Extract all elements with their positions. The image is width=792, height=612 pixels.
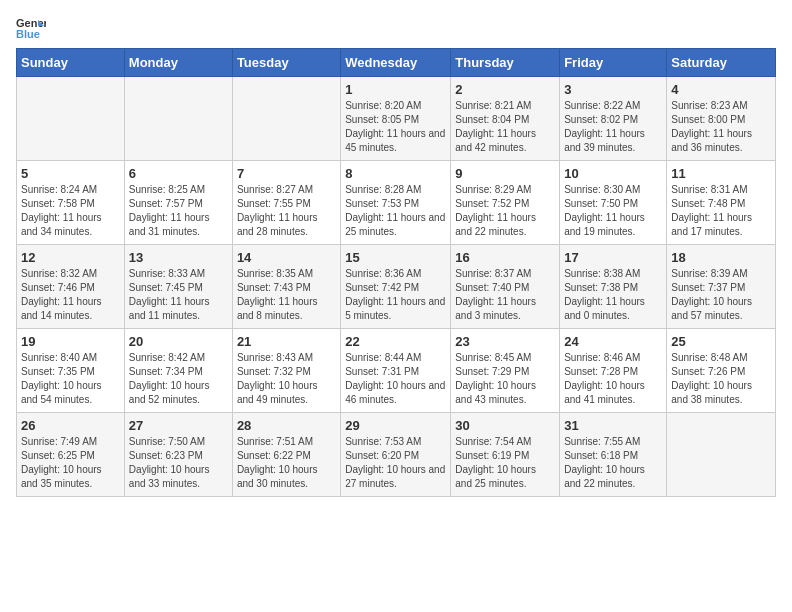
day-number: 17 [564,250,662,265]
header-cell-monday: Monday [124,49,232,77]
day-info: Sunrise: 8:27 AM Sunset: 7:55 PM Dayligh… [237,183,336,239]
day-number: 2 [455,82,555,97]
day-cell: 12Sunrise: 8:32 AM Sunset: 7:46 PM Dayli… [17,245,125,329]
day-number: 9 [455,166,555,181]
day-info: Sunrise: 8:48 AM Sunset: 7:26 PM Dayligh… [671,351,771,407]
day-cell: 13Sunrise: 8:33 AM Sunset: 7:45 PM Dayli… [124,245,232,329]
day-cell: 15Sunrise: 8:36 AM Sunset: 7:42 PM Dayli… [341,245,451,329]
day-number: 11 [671,166,771,181]
day-info: Sunrise: 8:23 AM Sunset: 8:00 PM Dayligh… [671,99,771,155]
day-info: Sunrise: 8:21 AM Sunset: 8:04 PM Dayligh… [455,99,555,155]
day-cell: 17Sunrise: 8:38 AM Sunset: 7:38 PM Dayli… [560,245,667,329]
day-info: Sunrise: 8:43 AM Sunset: 7:32 PM Dayligh… [237,351,336,407]
day-cell: 24Sunrise: 8:46 AM Sunset: 7:28 PM Dayli… [560,329,667,413]
day-cell: 19Sunrise: 8:40 AM Sunset: 7:35 PM Dayli… [17,329,125,413]
day-number: 24 [564,334,662,349]
header-cell-thursday: Thursday [451,49,560,77]
day-info: Sunrise: 8:30 AM Sunset: 7:50 PM Dayligh… [564,183,662,239]
day-number: 8 [345,166,446,181]
day-number: 27 [129,418,228,433]
day-info: Sunrise: 8:32 AM Sunset: 7:46 PM Dayligh… [21,267,120,323]
day-cell: 10Sunrise: 8:30 AM Sunset: 7:50 PM Dayli… [560,161,667,245]
day-number: 28 [237,418,336,433]
day-number: 13 [129,250,228,265]
day-info: Sunrise: 8:20 AM Sunset: 8:05 PM Dayligh… [345,99,446,155]
day-cell: 8Sunrise: 8:28 AM Sunset: 7:53 PM Daylig… [341,161,451,245]
day-number: 21 [237,334,336,349]
day-cell: 2Sunrise: 8:21 AM Sunset: 8:04 PM Daylig… [451,77,560,161]
day-number: 14 [237,250,336,265]
day-cell: 1Sunrise: 8:20 AM Sunset: 8:05 PM Daylig… [341,77,451,161]
day-info: Sunrise: 7:53 AM Sunset: 6:20 PM Dayligh… [345,435,446,491]
day-info: Sunrise: 7:55 AM Sunset: 6:18 PM Dayligh… [564,435,662,491]
day-number: 3 [564,82,662,97]
day-cell: 23Sunrise: 8:45 AM Sunset: 7:29 PM Dayli… [451,329,560,413]
day-info: Sunrise: 7:51 AM Sunset: 6:22 PM Dayligh… [237,435,336,491]
day-cell: 31Sunrise: 7:55 AM Sunset: 6:18 PM Dayli… [560,413,667,497]
header-cell-tuesday: Tuesday [232,49,340,77]
day-cell: 7Sunrise: 8:27 AM Sunset: 7:55 PM Daylig… [232,161,340,245]
day-cell: 9Sunrise: 8:29 AM Sunset: 7:52 PM Daylig… [451,161,560,245]
week-row-3: 12Sunrise: 8:32 AM Sunset: 7:46 PM Dayli… [17,245,776,329]
day-info: Sunrise: 7:50 AM Sunset: 6:23 PM Dayligh… [129,435,228,491]
day-cell: 27Sunrise: 7:50 AM Sunset: 6:23 PM Dayli… [124,413,232,497]
day-info: Sunrise: 8:45 AM Sunset: 7:29 PM Dayligh… [455,351,555,407]
day-cell [124,77,232,161]
day-info: Sunrise: 8:36 AM Sunset: 7:42 PM Dayligh… [345,267,446,323]
logo-icon: General Blue [16,16,46,40]
day-info: Sunrise: 8:33 AM Sunset: 7:45 PM Dayligh… [129,267,228,323]
day-info: Sunrise: 8:35 AM Sunset: 7:43 PM Dayligh… [237,267,336,323]
page-header: General Blue [16,16,776,40]
day-cell [17,77,125,161]
day-info: Sunrise: 8:39 AM Sunset: 7:37 PM Dayligh… [671,267,771,323]
day-number: 5 [21,166,120,181]
day-info: Sunrise: 8:29 AM Sunset: 7:52 PM Dayligh… [455,183,555,239]
day-number: 23 [455,334,555,349]
day-number: 29 [345,418,446,433]
day-number: 31 [564,418,662,433]
day-number: 19 [21,334,120,349]
day-number: 6 [129,166,228,181]
day-number: 26 [21,418,120,433]
day-number: 7 [237,166,336,181]
day-number: 25 [671,334,771,349]
header-cell-wednesday: Wednesday [341,49,451,77]
header-cell-friday: Friday [560,49,667,77]
week-row-5: 26Sunrise: 7:49 AM Sunset: 6:25 PM Dayli… [17,413,776,497]
day-number: 4 [671,82,771,97]
week-row-1: 1Sunrise: 8:20 AM Sunset: 8:05 PM Daylig… [17,77,776,161]
day-cell: 21Sunrise: 8:43 AM Sunset: 7:32 PM Dayli… [232,329,340,413]
week-row-2: 5Sunrise: 8:24 AM Sunset: 7:58 PM Daylig… [17,161,776,245]
calendar-table: SundayMondayTuesdayWednesdayThursdayFrid… [16,48,776,497]
day-info: Sunrise: 8:31 AM Sunset: 7:48 PM Dayligh… [671,183,771,239]
day-info: Sunrise: 8:38 AM Sunset: 7:38 PM Dayligh… [564,267,662,323]
day-info: Sunrise: 8:40 AM Sunset: 7:35 PM Dayligh… [21,351,120,407]
day-cell: 4Sunrise: 8:23 AM Sunset: 8:00 PM Daylig… [667,77,776,161]
day-info: Sunrise: 8:42 AM Sunset: 7:34 PM Dayligh… [129,351,228,407]
day-cell: 5Sunrise: 8:24 AM Sunset: 7:58 PM Daylig… [17,161,125,245]
day-info: Sunrise: 7:49 AM Sunset: 6:25 PM Dayligh… [21,435,120,491]
day-number: 30 [455,418,555,433]
day-info: Sunrise: 8:22 AM Sunset: 8:02 PM Dayligh… [564,99,662,155]
day-info: Sunrise: 7:54 AM Sunset: 6:19 PM Dayligh… [455,435,555,491]
day-info: Sunrise: 8:25 AM Sunset: 7:57 PM Dayligh… [129,183,228,239]
day-cell: 11Sunrise: 8:31 AM Sunset: 7:48 PM Dayli… [667,161,776,245]
day-info: Sunrise: 8:44 AM Sunset: 7:31 PM Dayligh… [345,351,446,407]
week-row-4: 19Sunrise: 8:40 AM Sunset: 7:35 PM Dayli… [17,329,776,413]
day-cell [232,77,340,161]
day-cell: 18Sunrise: 8:39 AM Sunset: 7:37 PM Dayli… [667,245,776,329]
day-cell: 28Sunrise: 7:51 AM Sunset: 6:22 PM Dayli… [232,413,340,497]
header-row: SundayMondayTuesdayWednesdayThursdayFrid… [17,49,776,77]
day-cell: 29Sunrise: 7:53 AM Sunset: 6:20 PM Dayli… [341,413,451,497]
day-cell: 30Sunrise: 7:54 AM Sunset: 6:19 PM Dayli… [451,413,560,497]
day-cell: 22Sunrise: 8:44 AM Sunset: 7:31 PM Dayli… [341,329,451,413]
day-info: Sunrise: 8:24 AM Sunset: 7:58 PM Dayligh… [21,183,120,239]
day-info: Sunrise: 8:28 AM Sunset: 7:53 PM Dayligh… [345,183,446,239]
day-cell: 6Sunrise: 8:25 AM Sunset: 7:57 PM Daylig… [124,161,232,245]
day-number: 12 [21,250,120,265]
logo: General Blue [16,16,46,40]
day-number: 1 [345,82,446,97]
day-cell: 16Sunrise: 8:37 AM Sunset: 7:40 PM Dayli… [451,245,560,329]
day-number: 10 [564,166,662,181]
day-number: 18 [671,250,771,265]
